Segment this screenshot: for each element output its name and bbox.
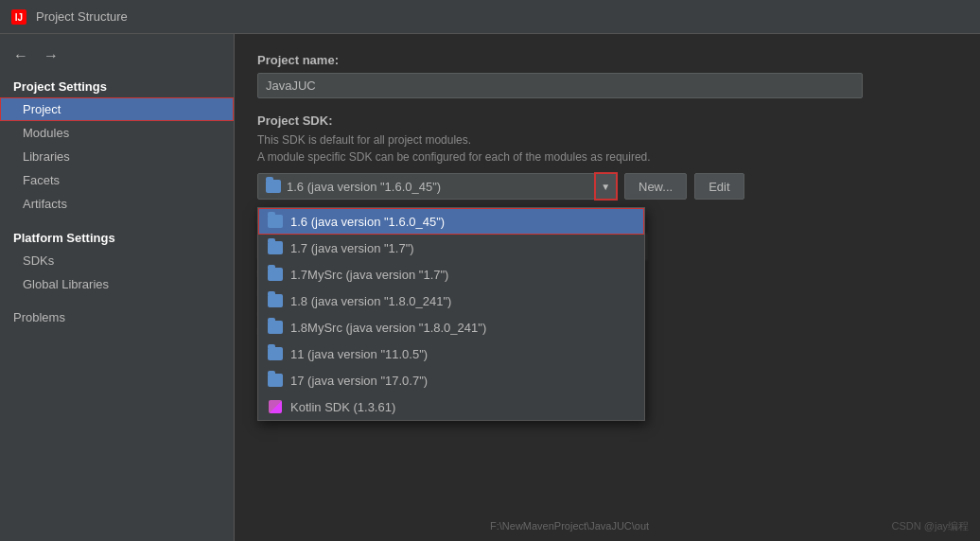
dropdown-kotlin-icon bbox=[268, 399, 283, 414]
dropdown-item-2[interactable]: 1.7MySrc (java version "1.7") bbox=[258, 261, 644, 288]
sidebar-item-facets[interactable]: Facets bbox=[0, 168, 234, 192]
bottom-path: F:\NewMavenProject\JavaJUC\out bbox=[490, 520, 649, 532]
sidebar-item-artifacts[interactable]: Artifacts bbox=[0, 192, 234, 216]
watermark: CSDN @jay编程 bbox=[892, 519, 969, 533]
content-area: Project name: Project SDK: This SDK is d… bbox=[235, 34, 980, 541]
sidebar-item-project[interactable]: Project bbox=[0, 97, 234, 121]
title-bar-text: Project Structure bbox=[36, 9, 128, 24]
platform-settings-header: Platform Settings bbox=[0, 225, 234, 249]
project-settings-header: Project Settings bbox=[0, 74, 234, 97]
nav-buttons: ← → bbox=[0, 42, 234, 74]
sidebar-item-sdks[interactable]: SDKs bbox=[0, 249, 234, 272]
sdk-dropdown[interactable]: 1.6 (java version "1.6.0_45") bbox=[257, 173, 595, 200]
project-name-input[interactable] bbox=[257, 73, 863, 98]
sdk-row: 1.6 (java version "1.6.0_45") ▼ 1.6 (jav… bbox=[257, 173, 957, 200]
edit-button[interactable]: Edit bbox=[694, 173, 744, 200]
new-button[interactable]: New... bbox=[624, 173, 687, 200]
app-logo: IJ bbox=[9, 8, 28, 26]
dropdown-arrow-icon: ▼ bbox=[601, 182, 610, 192]
dropdown-java-icon-2 bbox=[268, 267, 283, 282]
main-layout: ← → Project Settings Project Modules Lib… bbox=[0, 34, 980, 541]
sdk-dropdown-button[interactable]: ▼ bbox=[595, 173, 617, 200]
sidebar-item-problems[interactable]: Problems bbox=[0, 305, 234, 329]
sdk-desc-line1: This SDK is default for all project modu… bbox=[257, 131, 957, 166]
dropdown-item-3[interactable]: 1.8 (java version "1.8.0_241") bbox=[258, 288, 644, 314]
sdk-dropdown-wrapper: 1.6 (java version "1.6.0_45") ▼ 1.6 (jav… bbox=[257, 173, 617, 200]
dropdown-java-icon-6 bbox=[268, 373, 283, 388]
dropdown-item-4[interactable]: 1.8MySrc (java version "1.8.0_241") bbox=[258, 314, 644, 340]
dropdown-item-0[interactable]: 1.6 (java version "1.6.0_45") bbox=[258, 208, 644, 235]
dropdown-java-icon-3 bbox=[268, 293, 283, 308]
back-button[interactable]: ← bbox=[8, 45, 34, 66]
sidebar-item-global-libraries[interactable]: Global Libraries bbox=[0, 272, 234, 296]
sidebar-item-modules[interactable]: Modules bbox=[0, 121, 234, 145]
project-name-label: Project name: bbox=[257, 53, 957, 67]
dropdown-item-6[interactable]: 17 (java version "17.0.7") bbox=[258, 367, 644, 393]
dropdown-item-5[interactable]: 11 (java version "11.0.5") bbox=[258, 340, 644, 367]
sidebar-item-libraries[interactable]: Libraries bbox=[0, 145, 234, 168]
dropdown-java-icon-4 bbox=[268, 320, 283, 335]
forward-button[interactable]: → bbox=[38, 45, 64, 66]
sdk-selected-value: 1.6 (java version "1.6.0_45") bbox=[287, 180, 441, 194]
dropdown-java-icon-5 bbox=[268, 346, 283, 361]
title-bar: IJ Project Structure bbox=[0, 0, 980, 34]
sidebar: ← → Project Settings Project Modules Lib… bbox=[0, 34, 235, 541]
svg-text:IJ: IJ bbox=[15, 12, 23, 23]
sdk-section: Project SDK: This SDK is default for all… bbox=[257, 113, 957, 338]
dropdown-item-1[interactable]: 1.7 (java version "1.7") bbox=[258, 235, 644, 261]
dropdown-java-icon-0 bbox=[268, 214, 283, 229]
sdk-label: Project SDK: bbox=[257, 113, 957, 128]
dropdown-item-7[interactable]: Kotlin SDK (1.3.61) bbox=[258, 393, 644, 420]
sdk-dropdown-popup: 1.6 (java version "1.6.0_45") 1.7 (java … bbox=[257, 207, 645, 421]
sdk-java-icon bbox=[266, 179, 281, 194]
dropdown-java-icon-1 bbox=[268, 240, 283, 255]
